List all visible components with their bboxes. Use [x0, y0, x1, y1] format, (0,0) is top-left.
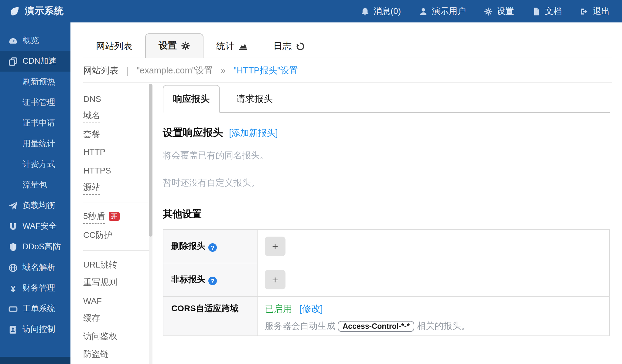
yen-icon: ¥ [9, 283, 18, 293]
scrollbar-thumb[interactable] [149, 84, 152, 237]
row-value-cell: + [257, 230, 610, 263]
row-value-cell: + [257, 263, 610, 296]
add-header-link[interactable]: [添加新报头] [229, 127, 278, 139]
gear-icon [484, 7, 493, 15]
sidebar-item-finance[interactable]: ¥ 财务管理 [0, 278, 70, 298]
sidebar-item-waf[interactable]: WAF安全 [0, 216, 70, 237]
empty-note: 暂时还没有自定义报头。 [163, 177, 610, 189]
sidebar-item-ddos[interactable]: DDoS高防 [0, 237, 70, 257]
on-badge: 开 [109, 212, 120, 221]
logout-label: 退出 [593, 6, 610, 17]
add-delete-header-button[interactable]: + [265, 237, 285, 256]
sidebar-item-cert-manage[interactable]: 证书管理 [0, 92, 70, 113]
magnet-icon [9, 222, 18, 231]
sidebar-item-label: 概览 [22, 35, 39, 46]
table-row: 删除报头? + [163, 230, 610, 263]
submenu-scrollbar[interactable] [149, 84, 152, 364]
bell-icon [361, 7, 369, 15]
cors-status: 已启用 [265, 303, 292, 314]
brand-label: 演示系统 [25, 5, 64, 18]
settings-label: 设置 [497, 6, 514, 17]
submenu-item-origin[interactable]: 源站 [83, 179, 149, 197]
submenu-item-waf[interactable]: WAF [83, 292, 149, 310]
top-nav: 消息(0) 演示用户 设置 文档 退出 [361, 6, 622, 17]
breadcrumb-site-list[interactable]: 网站列表 [83, 65, 118, 76]
tab-request-headers[interactable]: 请求报头 [220, 86, 289, 112]
top-bar: 演示系统 消息(0) 演示用户 设置 文档 退出 [0, 0, 622, 22]
submenu-divider [83, 250, 149, 251]
dashboard-icon [9, 36, 18, 45]
submenu-item-5s-shield[interactable]: 5秒盾 开 [83, 209, 149, 227]
app-window: 演示系统 消息(0) 演示用户 设置 文档 退出 [0, 0, 622, 364]
tab-response-headers[interactable]: 响应报头 [163, 85, 220, 113]
row-label-cell: CORS自适应跨域 [163, 296, 257, 336]
help-icon[interactable]: ? [208, 243, 217, 252]
tab-logs[interactable]: 日志 [261, 35, 318, 58]
submenu-item-auth[interactable]: 访问鉴权 [83, 328, 149, 345]
submenu-item-dns[interactable]: DNS [83, 90, 149, 108]
submenu-item-cache[interactable]: 缓存 [83, 310, 149, 328]
sidebar: 概览 CDN加速 刷新预热 证书管理 证书申请 用量统计 计费方式 流量包 负载… [0, 22, 70, 364]
breadcrumb-separator: » [221, 66, 226, 75]
header-tabs: 响应报头 请求报头 [163, 84, 610, 113]
chart-area-icon [239, 42, 248, 51]
cors-header-pill: Access-Control-*-* [338, 321, 415, 332]
add-nonstandard-header-button[interactable]: + [265, 270, 285, 289]
submenu-item-plan[interactable]: 套餐 [83, 126, 149, 143]
submenu-item-domain[interactable]: 域名 [83, 108, 149, 126]
row-label-cell: 非标报头? [163, 263, 257, 296]
tab-settings[interactable]: 设置 [145, 33, 203, 58]
sidebar-item-cdn[interactable]: CDN加速 [0, 51, 70, 72]
help-icon[interactable]: ? [208, 277, 217, 285]
submenu-item-http[interactable]: HTTP [83, 143, 149, 161]
shield-icon [9, 242, 18, 251]
sidebar-item-dns[interactable]: 域名解析 [0, 257, 70, 278]
user-icon [419, 7, 428, 15]
submenu-item-hotlink[interactable]: 防盗链 [83, 345, 149, 363]
breadcrumb-separator: | [126, 65, 129, 76]
brand[interactable]: 演示系统 [0, 5, 64, 18]
breadcrumb-domain-settings[interactable]: "example.com"设置 [137, 65, 213, 76]
history-icon [296, 42, 305, 51]
sidebar-item-load-balance[interactable]: 负载均衡 [0, 195, 70, 216]
http-header-panel: 响应报头 请求报头 设置响应报头 [添加新报头] 将会覆盖已有的同名报头。 暂时… [163, 83, 610, 364]
tab-site-list[interactable]: 网站列表 [83, 35, 145, 58]
sidebar-item-label: CDN加速 [22, 56, 57, 67]
tab-statistics[interactable]: 统计 [203, 35, 261, 58]
sidebar-item-traffic-pack[interactable]: 流量包 [0, 175, 70, 195]
sidebar-item-access-control[interactable]: 访问控制 [0, 319, 70, 340]
other-settings-title: 其他设置 [163, 208, 610, 221]
user-menu[interactable]: 演示用户 [419, 6, 466, 17]
breadcrumb-http-header-settings[interactable]: "HTTP报头"设置 [234, 65, 298, 76]
cors-edit-link[interactable]: [修改] [299, 303, 323, 314]
submenu-item-https[interactable]: HTTPS [83, 161, 149, 179]
sidebar-item-cert-apply[interactable]: 证书申请 [0, 113, 70, 133]
submenu-item-rewrite-rules[interactable]: 重写规则 [83, 274, 149, 292]
sidebar-item-usage[interactable]: 用量统计 [0, 133, 70, 154]
globe-icon [9, 263, 18, 272]
table-row: 非标报头? + [163, 263, 610, 296]
messages-button[interactable]: 消息(0) [361, 6, 401, 17]
sidebar-item-overview[interactable]: 概览 [0, 30, 70, 51]
other-settings-table: 删除报头? + 非标报头? + [163, 229, 610, 336]
leaf-logo-icon [9, 6, 19, 16]
settings-button[interactable]: 设置 [484, 6, 514, 17]
table-row: CORS自适应跨域 已启用 [修改] 服务器会自动生成Access-Contro… [163, 296, 610, 336]
paper-plane-icon [9, 201, 18, 210]
logout-button[interactable]: 退出 [580, 6, 610, 17]
docs-button[interactable]: 文档 [532, 6, 562, 17]
row-value-cell: 已启用 [修改] 服务器会自动生成Access-Control-*-*相关的报头… [257, 296, 610, 336]
submenu-item-url-redirect[interactable]: URL跳转 [83, 256, 149, 274]
breadcrumb: 网站列表 | "example.com"设置 » "HTTP报头"设置 [83, 58, 612, 83]
submenu-divider [83, 203, 149, 203]
site-tabs: 网站列表 设置 统计 日志 [83, 35, 612, 58]
sidebar-item-billing[interactable]: 计费方式 [0, 154, 70, 175]
submenu-item-cc-protect[interactable]: CC防护 [83, 227, 149, 244]
sidebar-footer [0, 357, 70, 364]
main-content: 网站列表 设置 统计 日志 网站列表 | "example.com"设置 » "… [70, 22, 622, 364]
row-label-cell: 删除报头? [163, 230, 257, 263]
settings-submenu: DNS 域名 套餐 HTTP HTTPS 源站 5秒盾 开 CC防护 URL跳转… [83, 83, 149, 364]
sidebar-item-purge[interactable]: 刷新预热 [0, 72, 70, 92]
sidebar-item-tickets[interactable]: 工单系统 [0, 298, 70, 319]
override-note: 将会覆盖已有的同名报头。 [163, 150, 610, 161]
